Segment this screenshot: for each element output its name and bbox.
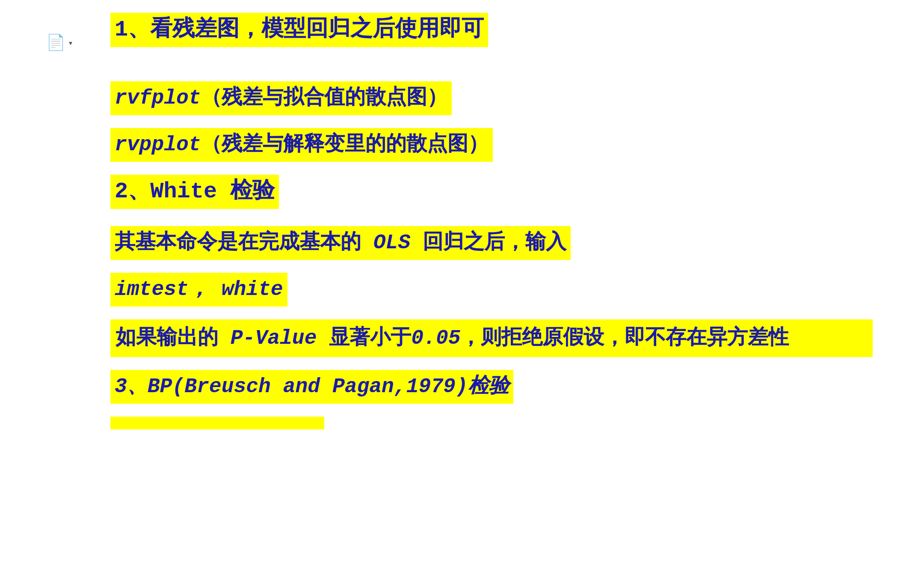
section-rvfplot: rvfplot（残差与拟合值的散点图） <box>110 81 873 115</box>
pvalue-code: P-Value <box>231 327 317 350</box>
rvpplot-desc: （残差与解释变里的的散点图） <box>201 133 489 156</box>
page-container: 📄 ▾ 1、看残差图，模型回归之后使用即可 rvfplot（残差与拟合值的散点图… <box>0 0 924 578</box>
rvpplot-block: rvpplot（残差与解释变里的的散点图） <box>110 128 493 162</box>
rvfplot-block: rvfplot（残差与拟合值的散点图） <box>110 81 452 115</box>
rvfplot-desc: （残差与拟合值的散点图） <box>201 86 447 110</box>
section-1-heading: 1、看残差图，模型回归之后使用即可 <box>110 13 873 47</box>
imtest-code-block: imtest， white <box>110 273 287 307</box>
desc-prefix: 其基本命令是在完成基本的 <box>115 231 361 254</box>
ols-code: OLS <box>373 231 410 254</box>
result-prefix: 如果输出的 <box>116 327 218 350</box>
desc-suffix: 回归之后，输入 <box>423 231 566 254</box>
heading-3-text: 3、BP(Breusch and Pagan,1979)检验 <box>110 370 513 404</box>
content-area: 1、看残差图，模型回归之后使用即可 rvfplot（残差与拟合值的散点图） rv… <box>0 0 924 429</box>
section-rvpplot: rvpplot（残差与解释变里的的散点图） <box>110 128 873 162</box>
rvpplot-code: rvpplot <box>115 133 201 156</box>
partial-strip <box>110 417 324 429</box>
result-suffix: 显著小于 <box>329 327 411 350</box>
dropdown-arrow-icon[interactable]: ▾ <box>68 38 73 48</box>
rvfplot-code: rvfplot <box>115 86 201 110</box>
toolbar-area: 📄 ▾ <box>46 33 73 52</box>
section-2-code: imtest， white <box>110 273 873 307</box>
desc-block: 其基本命令是在完成基本的 OLS 回归之后，输入 <box>110 226 571 260</box>
section-2-desc: 其基本命令是在完成基本的 OLS 回归之后，输入 <box>110 226 873 260</box>
result-block: 如果输出的 P-Value 显著小于0.05，则拒绝原假设，即不存在异方差性 <box>110 319 873 357</box>
threshold-code: 0.05 <box>411 327 460 350</box>
heading-2-text: 2、White 检验 <box>110 175 279 209</box>
heading-1-text: 1、看残差图，模型回归之后使用即可 <box>110 13 488 47</box>
section-2-result: 如果输出的 P-Value 显著小于0.05，则拒绝原假设，即不存在异方差性 <box>110 319 873 357</box>
document-icon: 📄 <box>46 33 65 52</box>
section-3-heading: 3、BP(Breusch and Pagan,1979)检验 <box>110 370 873 404</box>
section-2-heading: 2、White 检验 <box>110 175 873 209</box>
result-end: ，则拒绝原假设，即不存在异方差性 <box>460 327 789 350</box>
